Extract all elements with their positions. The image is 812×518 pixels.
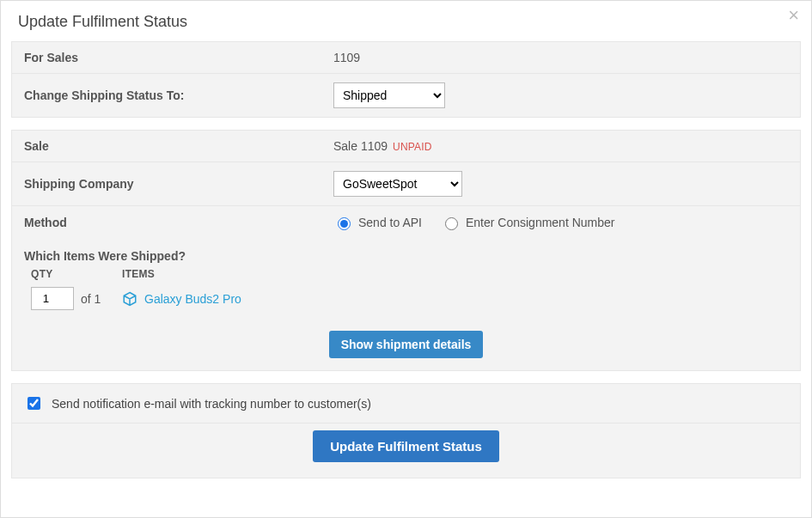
method-radio-api[interactable] <box>338 217 351 230</box>
method-radio-manual-wrap[interactable]: Enter Consignment Number <box>441 215 615 230</box>
method-radio-manual[interactable] <box>445 217 458 230</box>
shipping-status-select[interactable]: Shipped <box>333 82 445 108</box>
modal-header: Update Fulfilment Status <box>1 1 811 41</box>
qty-input[interactable] <box>31 287 74 310</box>
package-icon <box>122 291 137 307</box>
method-radio-api-wrap[interactable]: Send to API <box>333 215 422 230</box>
sale-label: Sale <box>24 139 333 153</box>
item-row: of 1 Galaxy Buds2 Pro <box>12 285 800 322</box>
for-sales-label: For Sales <box>24 51 333 64</box>
items-header-row: QTY ITEMS <box>12 268 800 285</box>
unpaid-badge: UNPAID <box>393 141 432 153</box>
notify-label: Send notification e-mail with tracking n… <box>52 397 371 411</box>
panel-shipment: Sale Sale 1109 UNPAID Shipping Company G… <box>11 130 801 371</box>
sale-value: Sale 1109 <box>333 139 388 153</box>
for-sales-value: 1109 <box>333 51 788 64</box>
notify-checkbox[interactable] <box>27 397 40 410</box>
row-shipping-company: Shipping Company GoSweetSpot <box>12 161 800 205</box>
row-method: Method Send to API Enter Consignment Num… <box>12 205 800 239</box>
method-radio-manual-label: Enter Consignment Number <box>466 216 615 229</box>
shipping-company-select[interactable]: GoSweetSpot <box>333 171 462 197</box>
row-for-sales: For Sales 1109 <box>12 42 800 73</box>
col-items: ITEMS <box>122 268 155 280</box>
change-status-label: Change Shipping Status To: <box>24 88 333 102</box>
close-icon[interactable]: × <box>788 6 799 25</box>
row-change-status: Change Shipping Status To: Shipped <box>12 73 800 117</box>
panel-footer: Send notification e-mail with tracking n… <box>11 383 801 478</box>
modal-body: For Sales 1109 Change Shipping Status To… <box>1 41 811 489</box>
update-fulfilment-status-button[interactable]: Update Fulfilment Status <box>313 430 499 462</box>
panel-basic: For Sales 1109 Change Shipping Status To… <box>11 41 801 118</box>
col-qty: QTY <box>31 268 107 280</box>
show-shipment-details-button[interactable]: Show shipment details <box>329 331 484 358</box>
update-fulfilment-modal: × Update Fulfilment Status For Sales 110… <box>0 0 812 518</box>
submit-row: Update Fulfilment Status <box>12 423 800 478</box>
row-sale: Sale Sale 1109 UNPAID <box>12 131 800 161</box>
item-link[interactable]: Galaxy Buds2 Pro <box>144 292 241 306</box>
show-details-row: Show shipment details <box>12 322 800 370</box>
qty-of-text: of 1 <box>81 292 101 306</box>
modal-title: Update Fulfilment Status <box>18 13 794 31</box>
notify-row[interactable]: Send notification e-mail with tracking n… <box>12 384 800 423</box>
method-radio-api-label: Send to API <box>358 216 422 229</box>
items-shipped-title: Which Items Were Shipped? <box>12 239 800 268</box>
shipping-company-label: Shipping Company <box>24 177 333 191</box>
method-label: Method <box>24 216 333 229</box>
